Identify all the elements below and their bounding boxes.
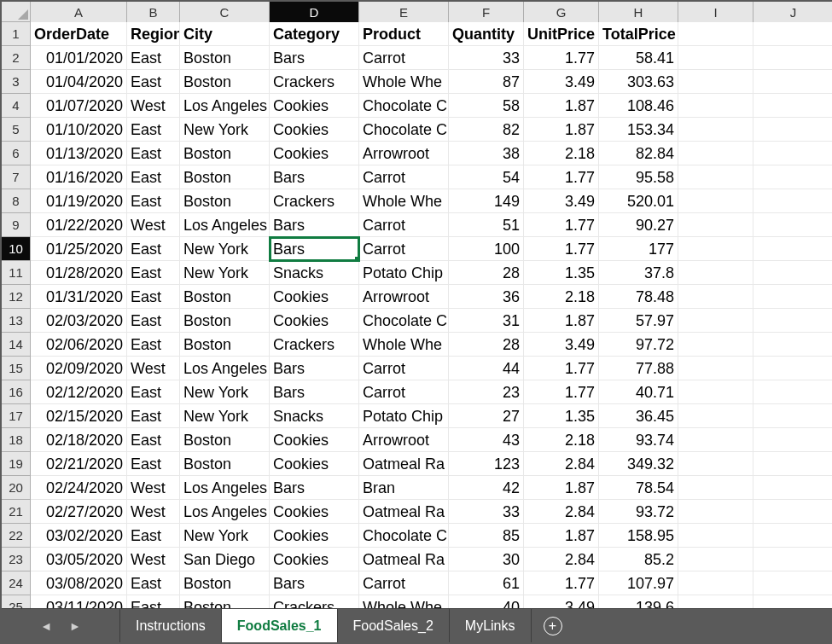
cell-A6[interactable]: 01/13/2020 bbox=[31, 142, 127, 165]
cell-C9[interactable]: Los Angeles bbox=[180, 213, 270, 237]
cell-G17[interactable]: 1.35 bbox=[524, 404, 599, 428]
cell-E3[interactable]: Whole Whe bbox=[359, 70, 449, 94]
cell-J2[interactable] bbox=[753, 46, 832, 70]
cell-A13[interactable]: 02/03/2020 bbox=[31, 309, 127, 333]
row-header-7[interactable]: 7 bbox=[2, 165, 31, 189]
column-header-H[interactable]: H bbox=[599, 2, 678, 22]
cell-D14[interactable]: Crackers bbox=[270, 333, 359, 357]
cell-F23[interactable]: 30 bbox=[449, 548, 524, 571]
cell-E12[interactable]: Arrowroot bbox=[359, 285, 449, 309]
cell-A16[interactable]: 02/12/2020 bbox=[31, 380, 127, 404]
cell-F20[interactable]: 42 bbox=[449, 476, 524, 500]
row-header-12[interactable]: 12 bbox=[2, 285, 31, 309]
cell-B4[interactable]: West bbox=[127, 94, 180, 118]
cell-G10[interactable]: 1.77 bbox=[524, 237, 599, 261]
column-header-C[interactable]: C bbox=[180, 2, 270, 22]
sheet-nav-next-icon[interactable]: ► bbox=[69, 619, 81, 633]
cell-C4[interactable]: Los Angeles bbox=[180, 94, 270, 118]
cell-F3[interactable]: 87 bbox=[449, 70, 524, 94]
cell-J6[interactable] bbox=[753, 142, 832, 165]
cell-H20[interactable]: 78.54 bbox=[599, 476, 678, 500]
cell-C24[interactable]: Boston bbox=[180, 571, 270, 595]
cell-G19[interactable]: 2.84 bbox=[524, 452, 599, 476]
cell-D3[interactable]: Crackers bbox=[270, 70, 359, 94]
cell-J3[interactable] bbox=[753, 70, 832, 94]
cell-F16[interactable]: 23 bbox=[449, 380, 524, 404]
row-header-17[interactable]: 17 bbox=[2, 404, 31, 428]
cell-H2[interactable]: 58.41 bbox=[599, 46, 678, 70]
column-header-D[interactable]: D bbox=[270, 2, 359, 22]
sheet-tab-foodsales-1[interactable]: FoodSales_1 bbox=[222, 609, 338, 642]
column-header-G[interactable]: G bbox=[524, 2, 599, 22]
header-cell-E[interactable]: Product bbox=[359, 22, 449, 46]
cell-J18[interactable] bbox=[753, 428, 832, 452]
cell-I16[interactable] bbox=[678, 380, 753, 404]
cell-F19[interactable]: 123 bbox=[449, 452, 524, 476]
cell-D24[interactable]: Bars bbox=[270, 571, 359, 595]
cell-I5[interactable] bbox=[678, 118, 753, 142]
cell-A4[interactable]: 01/07/2020 bbox=[31, 94, 127, 118]
cell-I12[interactable] bbox=[678, 285, 753, 309]
cell-E5[interactable]: Chocolate C bbox=[359, 118, 449, 142]
cell-A23[interactable]: 03/05/2020 bbox=[31, 548, 127, 571]
row-header-10[interactable]: 10 bbox=[2, 237, 31, 261]
cell-A9[interactable]: 01/22/2020 bbox=[31, 213, 127, 237]
cell-E6[interactable]: Arrowroot bbox=[359, 142, 449, 165]
header-cell-C[interactable]: City bbox=[180, 22, 270, 46]
cell-E13[interactable]: Chocolate C bbox=[359, 309, 449, 333]
cell-C21[interactable]: Los Angeles bbox=[180, 500, 270, 524]
cell-J11[interactable] bbox=[753, 261, 832, 285]
cell-I6[interactable] bbox=[678, 142, 753, 165]
cell-G22[interactable]: 1.87 bbox=[524, 524, 599, 548]
cell-J20[interactable] bbox=[753, 476, 832, 500]
cell-C2[interactable]: Boston bbox=[180, 46, 270, 70]
cell-A7[interactable]: 01/16/2020 bbox=[31, 165, 127, 189]
cell-B10[interactable]: East bbox=[127, 237, 180, 261]
sheet-nav-prev-icon[interactable]: ◄ bbox=[40, 619, 52, 633]
cell-F17[interactable]: 27 bbox=[449, 404, 524, 428]
select-all-corner[interactable] bbox=[2, 2, 31, 22]
cell-J14[interactable] bbox=[753, 333, 832, 357]
cell-F8[interactable]: 149 bbox=[449, 189, 524, 213]
row-header-18[interactable]: 18 bbox=[2, 428, 31, 452]
cell-J15[interactable] bbox=[753, 357, 832, 380]
cell-H17[interactable]: 36.45 bbox=[599, 404, 678, 428]
cell-B3[interactable]: East bbox=[127, 70, 180, 94]
cell-B23[interactable]: West bbox=[127, 548, 180, 571]
cell-G6[interactable]: 2.18 bbox=[524, 142, 599, 165]
cell-B18[interactable]: East bbox=[127, 428, 180, 452]
cell-A24[interactable]: 03/08/2020 bbox=[31, 571, 127, 595]
row-header-5[interactable]: 5 bbox=[2, 118, 31, 142]
cell-H22[interactable]: 158.95 bbox=[599, 524, 678, 548]
cell-I7[interactable] bbox=[678, 165, 753, 189]
cell-C23[interactable]: San Diego bbox=[180, 548, 270, 571]
cell-I15[interactable] bbox=[678, 357, 753, 380]
cell-C10[interactable]: New York bbox=[180, 237, 270, 261]
cell-D7[interactable]: Bars bbox=[270, 165, 359, 189]
cell-F2[interactable]: 33 bbox=[449, 46, 524, 70]
cell-F12[interactable]: 36 bbox=[449, 285, 524, 309]
cell-C19[interactable]: Boston bbox=[180, 452, 270, 476]
cell-D15[interactable]: Bars bbox=[270, 357, 359, 380]
cell-D23[interactable]: Cookies bbox=[270, 548, 359, 571]
cell-C11[interactable]: New York bbox=[180, 261, 270, 285]
cell-D12[interactable]: Cookies bbox=[270, 285, 359, 309]
cell-B20[interactable]: West bbox=[127, 476, 180, 500]
cell-F21[interactable]: 33 bbox=[449, 500, 524, 524]
cell-I22[interactable] bbox=[678, 524, 753, 548]
cell-D9[interactable]: Bars bbox=[270, 213, 359, 237]
cell-G15[interactable]: 1.77 bbox=[524, 357, 599, 380]
cell-B8[interactable]: East bbox=[127, 189, 180, 213]
cell-H4[interactable]: 108.46 bbox=[599, 94, 678, 118]
cell-G16[interactable]: 1.77 bbox=[524, 380, 599, 404]
cell-C22[interactable]: New York bbox=[180, 524, 270, 548]
cell-I9[interactable] bbox=[678, 213, 753, 237]
cell-B17[interactable]: East bbox=[127, 404, 180, 428]
cell-I23[interactable] bbox=[678, 548, 753, 571]
cell-E14[interactable]: Whole Whe bbox=[359, 333, 449, 357]
cell-G11[interactable]: 1.35 bbox=[524, 261, 599, 285]
cell-F18[interactable]: 43 bbox=[449, 428, 524, 452]
column-header-I[interactable]: I bbox=[678, 2, 753, 22]
cell-B9[interactable]: West bbox=[127, 213, 180, 237]
row-header-20[interactable]: 20 bbox=[2, 476, 31, 500]
